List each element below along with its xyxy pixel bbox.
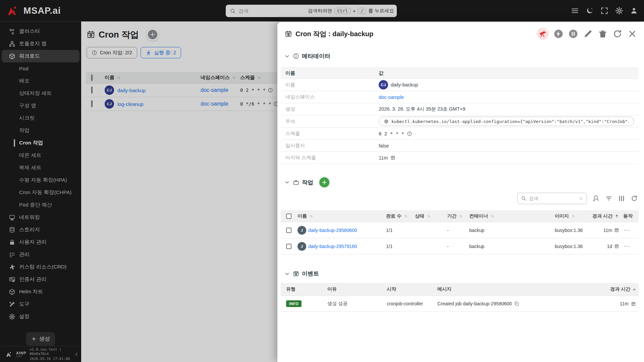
filter-icon[interactable] [605,195,612,202]
calendar-icon [614,228,619,233]
namespace-link[interactable]: doc-sample [379,95,404,100]
drawer-actions [537,28,637,40]
sort-asc-icon[interactable] [614,214,619,219]
col-reason[interactable]: 이유 [327,286,337,292]
col-source[interactable]: 시작 [387,286,396,292]
refresh-icon[interactable] [631,195,638,202]
row-checkbox[interactable] [286,244,291,249]
plus-icon [321,179,327,185]
chevron-down-icon[interactable] [284,271,290,277]
metadata-row-name: 이름 CJ daily-backup [281,79,639,91]
col-completions[interactable]: 완료 수 [386,213,401,219]
job-link[interactable]: daily-backup-29579160 [308,244,357,249]
copy-icon[interactable] [514,301,520,306]
cronjob-calendar-icon [285,30,292,38]
metadata-row-annotations: 주석 kubectl.kubernetes.io/last-applied-co… [281,115,639,128]
metadata-title: 메타데이터 [302,52,330,60]
name-value: daily-backup [391,82,418,87]
row-actions-menu-icon[interactable] [623,227,631,234]
search-icon [521,196,526,201]
job-row: J daily-backup-29579160 1/1 - backup bus… [281,238,639,254]
refresh-button[interactable] [612,29,623,39]
clear-search-icon[interactable] [579,196,583,201]
col-status[interactable]: 상태 [415,213,424,219]
sort-icon[interactable] [459,214,463,219]
row-checkbox[interactable] [286,228,291,233]
metadata-table-header: 이름 값 [281,67,639,79]
chevron-down-icon[interactable] [284,179,290,185]
container-value: backup [469,244,484,249]
jobs-search[interactable] [517,193,587,204]
calendar-icon [631,301,636,306]
monitoring-telescope-button[interactable] [537,28,549,40]
jobs-table: 이름 완료 수 상태 기간 컨테이너 이미지 경과 시간 동작 J daily-… [281,210,639,254]
trigger-button[interactable] [553,29,564,39]
col-type[interactable]: 유형 [286,286,296,292]
col-actions: 동작 [623,213,633,219]
events-section-header: 이벤트 [277,270,644,278]
calendar-icon [293,270,299,277]
sort-icon[interactable] [309,214,314,219]
schedule-value: 0 2 * * * [379,131,404,136]
metadata-table: 이름 값 이름 CJ daily-backup 네임스페이스 doc-sampl… [281,67,639,164]
col-container[interactable]: 컨테이너 [469,213,488,219]
metadata-row-namespace: 네임스페이스 doc-sample [281,91,639,103]
jobs-section-header: 작업 [277,177,644,187]
age-value: 1d [607,244,612,249]
delete-button[interactable] [598,29,608,39]
jobs-title: 작업 [302,179,313,186]
briefcase-icon [293,179,299,186]
col-value: 값 [374,69,639,78]
drawer-title: Cron 작업 : daily-backup [296,29,533,39]
sort-asc-icon[interactable] [633,288,636,290]
col-age[interactable]: 경과 시간 [592,213,612,219]
event-row: INFO 생성 성공 cronjob-controller Created jo… [281,296,639,312]
annotation-value: kubectl.kubernetes.io/last-applied-confi… [391,119,629,124]
sort-icon[interactable] [426,214,431,219]
drawer-header: Cron 작업 : daily-backup [277,22,644,43]
edit-button[interactable] [583,29,593,39]
add-job-button[interactable] [319,177,329,187]
columns-icon[interactable] [618,195,625,202]
events-table-header: 유형 이유 시작 메시지 경과 시간 [281,283,639,296]
info-icon[interactable] [407,131,412,136]
row-actions-menu-icon[interactable] [623,243,631,250]
job-link[interactable]: daily-backup-29580600 [308,228,357,233]
select-all-checkbox[interactable] [286,214,291,219]
image-value: busybox:1.36 [555,228,583,233]
sort-icon[interactable] [404,214,408,219]
suspend-button[interactable] [568,29,578,39]
event-reason: 생성 성공 [327,301,347,307]
metadata-row-suspend: 일시중지 false [281,140,639,152]
sort-icon[interactable] [571,214,576,219]
advanced-search-icon[interactable] [592,195,600,202]
event-type-badge: INFO [286,300,302,307]
metadata-row-created: 생성 2026. 3. 28. 오후 4시 35분 23초 GMT+9 [281,103,639,115]
duration-value: - [447,228,449,233]
suspend-value: false [379,143,389,148]
job-avatar: J [298,242,306,251]
col-name[interactable]: 이름 [298,213,307,219]
calendar-icon [390,155,395,160]
annotation-chip[interactable]: kubectl.kubernetes.io/last-applied-confi… [379,117,634,126]
events-section: 이벤트 유형 이유 시작 메시지 경과 시간 INFO 생성 성공 cronjo… [277,270,644,312]
sort-icon[interactable] [490,214,495,219]
cronjob-avatar: CJ [379,80,388,89]
col-image[interactable]: 이미지 [555,213,569,219]
event-message: Created job daily-backup-29580600 [437,301,512,306]
jobs-search-input[interactable] [529,196,576,201]
events-title: 이벤트 [302,270,319,278]
close-drawer-button[interactable] [627,29,637,39]
last-schedule-value: 11m [379,155,388,161]
col-message[interactable]: 메시지 [437,286,451,292]
chevron-down-icon[interactable] [284,53,290,59]
job-row: J daily-backup-29580600 1/1 - backup bus… [281,222,639,238]
col-age[interactable]: 경과 시간 [610,286,630,292]
app-root: MSAP.ai 검색하려면 Ctrl + / 를 누르세요 클러스 [0,0,644,362]
cronjob-detail-drawer: Cron 작업 : daily-backup 메타데이터 이름 [277,22,644,362]
jobs-section: 작업 이름 완료 수 상태 기간 [277,177,644,254]
completions-value: 1/1 [386,228,392,233]
job-avatar: J [298,226,306,235]
col-duration[interactable]: 기간 [447,213,457,219]
metadata-section: 메타데이터 이름 값 이름 CJ daily-backup 네임스페이스 doc… [277,52,644,164]
